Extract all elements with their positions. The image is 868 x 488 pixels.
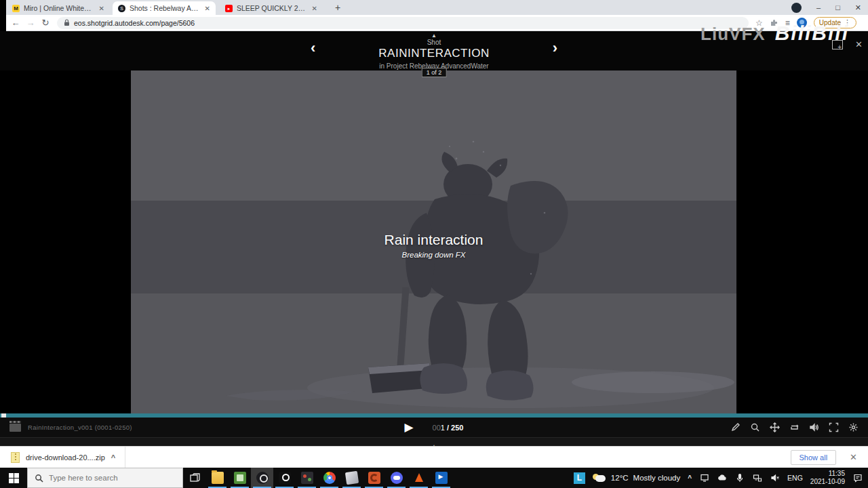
taskbar-app-vlc[interactable] xyxy=(408,468,430,488)
download-file-name: drive-download-20....zip xyxy=(26,453,105,462)
discord-icon xyxy=(391,472,403,484)
download-item[interactable]: drive-download-20....zip ^ xyxy=(0,447,125,468)
video-title: Rain interaction xyxy=(131,232,736,248)
new-tab-button[interactable]: + xyxy=(331,1,344,15)
browser-menu-icon[interactable]: ⋮ xyxy=(844,18,851,27)
pin-app-icon xyxy=(279,472,291,484)
taskbar-app-movies[interactable] xyxy=(430,468,452,488)
pan-icon[interactable] xyxy=(770,422,780,432)
houdini-icon xyxy=(368,472,380,484)
tab-close-icon[interactable]: ✕ xyxy=(205,5,210,12)
video-viewport[interactable]: Rain interaction Breaking down FX xyxy=(131,70,736,413)
overlay-tools: ✕ xyxy=(832,39,863,49)
extensions-icon[interactable] xyxy=(770,18,778,27)
download-options-icon[interactable]: ^ xyxy=(111,453,115,462)
tab-close-icon[interactable]: ✕ xyxy=(312,5,317,12)
search-input[interactable] xyxy=(49,474,164,482)
tray-microphone-icon[interactable] xyxy=(734,473,745,483)
taskbar-app-file-explorer[interactable] xyxy=(206,468,229,488)
clock-time: 11:35 xyxy=(810,470,845,479)
tab-youtube[interactable]: ▸ SLEEP QUICKLY 24/7 with Heavy ✕ xyxy=(220,1,323,15)
tab-close-icon[interactable]: ✕ xyxy=(99,5,104,12)
shot-title: RAININTERACTION xyxy=(0,47,868,60)
update-label: Update xyxy=(819,19,841,26)
windows-taskbar: L 12°C Mostly cloudy ^ ENG 11:35 2021-10… xyxy=(0,468,868,488)
player-tools xyxy=(730,422,859,432)
browser-tab-strip: M Miro | Online Whiteboard for Vi ✕ S Sh… xyxy=(0,0,868,15)
taskbar-app-discord[interactable] xyxy=(385,468,408,488)
version-pager-badge: 1 of 2 xyxy=(422,68,447,77)
downloads-bar-close-icon[interactable]: ✕ xyxy=(850,452,857,462)
show-all-downloads-button[interactable]: Show all xyxy=(791,450,837,465)
windows-logo-icon xyxy=(9,473,19,483)
back-button[interactable]: ← xyxy=(8,18,23,28)
profile-icon[interactable] xyxy=(791,3,802,13)
tab-title: Miro | Online Whiteboard for Vi xyxy=(24,4,95,12)
reload-button[interactable]: ↻ xyxy=(38,18,53,28)
next-shot-button[interactable]: › xyxy=(553,41,557,56)
tray-expand-icon[interactable]: ^ xyxy=(688,474,692,482)
lock-icon xyxy=(64,19,70,26)
minimize-button[interactable]: – xyxy=(816,3,821,12)
l-app-tray-icon[interactable]: L xyxy=(574,472,585,484)
tab-shotgrid[interactable]: S Shots : Rebelway AdvancedWater ✕ xyxy=(113,1,216,15)
volume-icon[interactable] xyxy=(809,422,819,432)
taskbar-clock[interactable]: 11:35 2021-10-09 xyxy=(810,470,845,487)
task-view-icon xyxy=(190,473,200,483)
letterbox-edge xyxy=(0,0,6,31)
tab-miro[interactable]: M Miro | Online Whiteboard for Vi ✕ xyxy=(7,1,110,15)
taskbar-app-notes[interactable] xyxy=(340,468,363,488)
taskbar-app-houdini[interactable] xyxy=(363,468,385,488)
reading-list-icon[interactable]: ≡ xyxy=(785,18,790,28)
screen-capture-icon[interactable] xyxy=(832,40,843,49)
taskbar-app-obs[interactable] xyxy=(251,468,273,488)
taskbar-app-media[interactable] xyxy=(296,468,318,488)
chrome-icon xyxy=(323,472,336,484)
chrome-update-button[interactable]: Update ⋮ xyxy=(814,17,856,28)
taskbar-app-pin[interactable] xyxy=(273,468,296,488)
video-subtitle: Breaking down FX xyxy=(131,251,736,259)
window-controls: – □ ✕ xyxy=(791,0,861,15)
zoom-icon[interactable] xyxy=(750,422,760,432)
tray-volume-muted-icon[interactable] xyxy=(770,473,780,483)
previous-shot-button[interactable]: ‹ xyxy=(311,41,315,56)
task-view-button[interactable] xyxy=(183,468,206,488)
overlay-close-icon[interactable]: ✕ xyxy=(855,39,863,49)
search-icon xyxy=(35,474,43,483)
url-text: eos.shotgrid.autodesk.com/page/5606 xyxy=(74,19,195,27)
settings-gear-icon[interactable] xyxy=(848,422,859,432)
youtube-favicon-icon: ▸ xyxy=(225,5,233,12)
weather-widget[interactable]: 12°C Mostly cloudy xyxy=(593,474,680,482)
tray-network-icon[interactable] xyxy=(752,473,762,483)
start-button[interactable] xyxy=(0,468,27,488)
obs-studio-icon xyxy=(256,472,269,484)
taskbar-search[interactable] xyxy=(27,468,183,488)
shot-header: ▲ Shot RAININTERACTION in Project Rebelw… xyxy=(0,31,868,70)
close-button[interactable]: ✕ xyxy=(855,3,861,12)
loop-icon[interactable] xyxy=(789,422,800,432)
system-tray: L 12°C Mostly cloudy ^ ENG 11:35 2021-10… xyxy=(574,468,868,488)
language-indicator[interactable]: ENG xyxy=(787,474,803,482)
action-center-icon[interactable] xyxy=(852,473,863,483)
address-bar[interactable]: eos.shotgrid.autodesk.com/page/5606 xyxy=(57,17,749,29)
profile-avatar[interactable] xyxy=(797,18,807,28)
screen: M Miro | Online Whiteboard for Vi ✕ S Sh… xyxy=(0,0,868,488)
forward-button[interactable]: → xyxy=(23,18,38,28)
frame-pad: 00 xyxy=(433,424,441,432)
entity-type-label: Shot xyxy=(0,39,868,46)
taskbar-app-gallery[interactable] xyxy=(229,468,251,488)
downloads-bar-actions: Show all ✕ xyxy=(791,450,868,465)
fullscreen-icon[interactable] xyxy=(829,422,839,432)
annotate-pencil-icon[interactable] xyxy=(730,422,741,432)
tray-monitor-icon[interactable] xyxy=(699,473,709,483)
shotgrid-favicon-icon: S xyxy=(118,5,125,12)
taskbar-app-chrome[interactable] xyxy=(318,468,340,488)
collapse-header-icon[interactable]: ▲ xyxy=(431,33,437,39)
bookmark-star-icon[interactable]: ☆ xyxy=(755,18,763,28)
tray-cloud-icon[interactable] xyxy=(717,473,727,483)
play-button[interactable]: ▶ xyxy=(405,420,414,434)
video-title-overlay: Rain interaction Breaking down FX xyxy=(131,232,736,259)
maximize-button[interactable]: □ xyxy=(835,3,840,12)
weather-temperature: 12°C xyxy=(611,474,629,482)
player-control-bar: RainInteraction_v001 (0001-0250) ▶ 001 /… xyxy=(0,418,868,437)
